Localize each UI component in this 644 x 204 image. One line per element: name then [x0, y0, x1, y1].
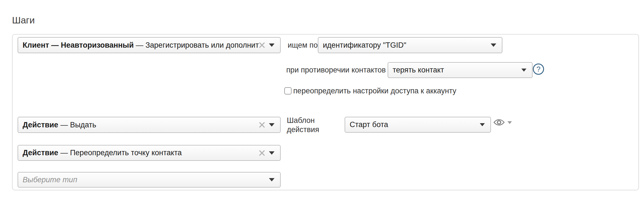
conflict-select[interactable]: терять контакт	[388, 62, 533, 78]
search-by-label: ищем по	[288, 37, 318, 53]
step-type-select-empty[interactable]: Выберите тип	[18, 172, 281, 188]
template-label: Шаблон действия	[287, 116, 331, 134]
search-by-select[interactable]: идентификатору "TGID"	[318, 37, 502, 53]
template-select[interactable]: Старт бота	[345, 117, 491, 133]
conflict-value: терять контакт	[388, 66, 521, 74]
preview-toggle[interactable]	[493, 118, 512, 126]
chevron-down-icon	[269, 151, 275, 155]
clear-icon[interactable]	[259, 42, 265, 48]
step-select-action-redefine[interactable]: Действие — Переопределить точку контакта	[18, 145, 281, 161]
chevron-down-icon	[491, 43, 496, 47]
step-select-action-issue[interactable]: Действие — Выдать	[18, 117, 281, 133]
help-icon[interactable]: ?	[533, 64, 544, 75]
template-value: Старт бота	[345, 120, 480, 129]
chevron-down-icon	[521, 69, 526, 72]
override-access-label: переопределить настройки доступа к аккау…	[293, 87, 456, 95]
page-title: Шаги	[12, 14, 35, 26]
search-by-value: идентификатору "TGID"	[318, 41, 491, 50]
chevron-down-icon	[269, 178, 275, 181]
step-select-action-issue-label: Действие — Выдать	[18, 121, 259, 129]
clear-icon[interactable]	[259, 150, 265, 156]
override-access-checkbox[interactable]	[284, 87, 292, 94]
help-glyph: ?	[536, 65, 540, 73]
step-select-client-label: Клиент — Неавторизованный — Зарегистриро…	[18, 41, 259, 50]
chevron-down-icon	[269, 43, 275, 47]
chevron-down-icon	[480, 123, 485, 126]
chevron-down-icon	[269, 123, 275, 127]
clear-icon[interactable]	[259, 122, 265, 128]
step-select-client[interactable]: Клиент — Неавторизованный — Зарегистриро…	[18, 37, 281, 53]
conflict-label: при противоречии контактов	[286, 62, 386, 78]
step-select-action-redefine-label: Действие — Переопределить точку контакта	[18, 149, 259, 157]
steps-panel: Клиент — Неавторизованный — Зарегистриро…	[12, 34, 639, 190]
eye-dropdown-caret-icon[interactable]	[507, 121, 512, 124]
eye-icon[interactable]	[493, 118, 505, 126]
step-type-placeholder: Выберите тип	[18, 176, 269, 184]
